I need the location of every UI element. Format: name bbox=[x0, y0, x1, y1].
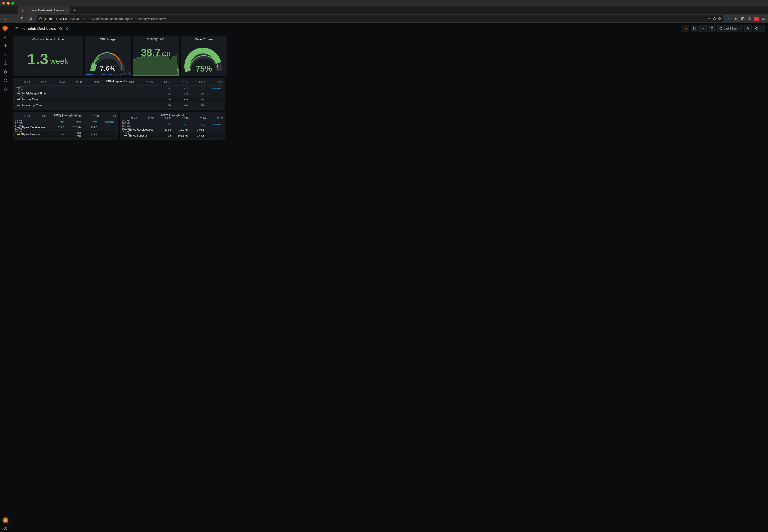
svg-rect-12 bbox=[15, 27, 16, 28]
drive-value: 75% bbox=[196, 64, 212, 74]
panel-cpu-gauge[interactable]: CPU Usage 7.6% bbox=[85, 36, 131, 76]
new-tab-button[interactable]: + bbox=[73, 7, 76, 13]
legend-row[interactable]: % User Time0%6%0% bbox=[15, 97, 223, 102]
configuration-icon[interactable] bbox=[2, 77, 9, 84]
explore-icon[interactable] bbox=[2, 59, 9, 67]
dashboards-icon[interactable] bbox=[2, 51, 9, 58]
tab-close-icon[interactable]: × bbox=[66, 8, 68, 12]
toolbar-right bbox=[727, 16, 766, 21]
grafana-favicon-icon bbox=[21, 8, 25, 12]
downloads-icon[interactable] bbox=[727, 16, 731, 21]
legend-row[interactable]: Bytes Sent/sec0 B1.910 MB53 kB bbox=[15, 131, 115, 138]
grafana-logo-icon[interactable] bbox=[2, 25, 9, 32]
svg-rect-13 bbox=[16, 27, 18, 28]
shield-icon[interactable] bbox=[39, 17, 42, 20]
menu-icon[interactable] bbox=[761, 16, 766, 21]
account-icon[interactable] bbox=[747, 16, 752, 21]
plot-area[interactable] bbox=[24, 85, 223, 86]
dashboards-breadcrumb-icon[interactable] bbox=[14, 27, 18, 31]
library-icon[interactable] bbox=[734, 16, 738, 21]
svg-rect-20 bbox=[711, 27, 713, 29]
save-button[interactable] bbox=[691, 25, 698, 32]
series-name: Bytes Sent/sec bbox=[129, 134, 155, 137]
x-axis: 22:4022:5023:0023:1023:2023:30 bbox=[131, 117, 223, 121]
panel-uptime[interactable]: Windows Server Uptime 1.3 week bbox=[13, 36, 83, 76]
meatball-icon[interactable]: ••• bbox=[708, 17, 711, 21]
svg-rect-1 bbox=[741, 18, 744, 20]
tv-mode-button[interactable] bbox=[708, 25, 716, 32]
dashboard-topbar: Homelab Dashboard Last 1 hour⌄ ⌄ bbox=[11, 23, 768, 34]
site-identity-icon[interactable]: ⚡ bbox=[43, 17, 47, 21]
search-icon[interactable] bbox=[2, 33, 9, 41]
share-icon[interactable] bbox=[65, 27, 69, 31]
cpu-sparkline bbox=[85, 71, 131, 76]
legend-table: minmaxavgcurrent Bytes Received/sec515 B… bbox=[120, 121, 225, 140]
time-range-label: Last 1 hour bbox=[724, 27, 738, 30]
svg-point-10 bbox=[5, 80, 6, 81]
extension-badge[interactable] bbox=[754, 17, 759, 21]
svg-point-4 bbox=[4, 36, 6, 38]
panel-title: Windows Server Uptime bbox=[13, 36, 83, 42]
back-button[interactable] bbox=[2, 16, 9, 22]
refresh-button[interactable]: ⌄ bbox=[753, 25, 765, 32]
browser-window: Homelab Dashboard - Grafana × + ⚡ 192.16… bbox=[0, 0, 768, 532]
star-icon[interactable] bbox=[59, 27, 63, 31]
panel-title: Drive C: Free bbox=[181, 36, 227, 42]
legend-row[interactable]: % Interrupt Time0%0%0% bbox=[15, 103, 223, 108]
svg-point-3 bbox=[4, 27, 6, 30]
y-axis: 250 kB200 kB150 kB100 kB50 kB0 B bbox=[121, 118, 131, 119]
reader-icon[interactable] bbox=[713, 17, 716, 21]
browser-tab[interactable]: Homelab Dashboard - Grafana × bbox=[18, 6, 70, 14]
time-picker-button[interactable]: Last 1 hour⌄ bbox=[717, 25, 743, 32]
panel-cpu-history[interactable]: CPU Usage History 100%75%50%25%0% 22:302… bbox=[13, 78, 225, 110]
sidebar-icon[interactable] bbox=[741, 16, 745, 21]
address-bar[interactable]: ⚡ 192.168.2.144:3000/d/--U2ENDGk/homelab… bbox=[37, 15, 723, 22]
svg-rect-14 bbox=[15, 29, 16, 30]
memory-unit: GB bbox=[162, 51, 171, 57]
series-name: Bytes Sent/sec bbox=[22, 133, 48, 136]
series-swatch bbox=[17, 105, 20, 106]
help-icon[interactable] bbox=[2, 525, 9, 532]
legend-row[interactable]: Bytes Sent/sec0 B191.6 kB2.6 kB bbox=[122, 133, 223, 138]
svg-point-19 bbox=[703, 28, 704, 29]
alerting-icon[interactable] bbox=[2, 68, 9, 75]
dashboard-title[interactable]: Homelab Dashboard bbox=[21, 26, 56, 31]
panel-memory[interactable]: Memory Free 38.7GB bbox=[133, 36, 179, 76]
legend-row[interactable]: % Priviledged Time0%3%0% bbox=[15, 91, 223, 96]
plot-area[interactable] bbox=[24, 119, 116, 119]
bookmark-star-icon[interactable] bbox=[718, 17, 721, 21]
panel-nic1[interactable]: NIC1 Throughput 2.5 MB2.0 MB1.5 MB1.0 MB… bbox=[13, 112, 118, 140]
side-nav bbox=[0, 23, 11, 532]
window-titlebar bbox=[0, 0, 768, 6]
legend-row[interactable]: Bytes Received/sec516 B526 kB13 kB bbox=[15, 125, 115, 130]
window-minimize-button[interactable] bbox=[7, 2, 10, 5]
home-button[interactable] bbox=[27, 16, 33, 22]
grafana-app: Homelab Dashboard Last 1 hour⌄ ⌄ bbox=[0, 23, 768, 532]
series-name: % User Time bbox=[22, 98, 155, 101]
series-name: Bytes Received/sec bbox=[22, 126, 48, 129]
settings-button[interactable] bbox=[699, 25, 707, 32]
zoom-out-button[interactable] bbox=[744, 25, 752, 32]
url-host: 192.168.2.144 bbox=[48, 17, 67, 21]
y-axis: 100%75%50%25%0% bbox=[13, 84, 24, 85]
panel-nic2[interactable]: NIC2 Throughput 250 kB200 kB150 kB100 kB… bbox=[120, 112, 225, 140]
window-close-button[interactable] bbox=[2, 2, 5, 5]
reload-button[interactable] bbox=[19, 16, 25, 22]
panel-title: CPU Usage bbox=[85, 36, 131, 42]
legend-row[interactable]: Bytes Received/sec515 B12.0 kB3.0 kB bbox=[122, 127, 223, 132]
svg-rect-15 bbox=[16, 29, 18, 30]
svg-rect-8 bbox=[6, 55, 7, 56]
svg-rect-6 bbox=[6, 53, 7, 54]
panel-drive-gauge[interactable]: Drive C: Free 75% bbox=[181, 36, 227, 76]
x-axis: 22:4022:5023:0023:1023:2023:30 bbox=[24, 115, 116, 118]
window-zoom-button[interactable] bbox=[11, 2, 14, 5]
svg-point-2 bbox=[749, 18, 750, 19]
server-admin-icon[interactable] bbox=[2, 86, 9, 93]
user-avatar[interactable] bbox=[3, 517, 8, 523]
add-panel-button[interactable] bbox=[682, 25, 689, 32]
x-axis: 22:3022:3522:4022:4522:5022:5523:0023:05… bbox=[24, 81, 223, 84]
forward-button[interactable] bbox=[11, 16, 17, 22]
create-icon[interactable] bbox=[2, 42, 9, 49]
series-name: Bytes Received/sec bbox=[129, 128, 155, 131]
url-path: :3000/d/--U2ENDGk/homelab-dashboard?orgI… bbox=[69, 17, 166, 21]
